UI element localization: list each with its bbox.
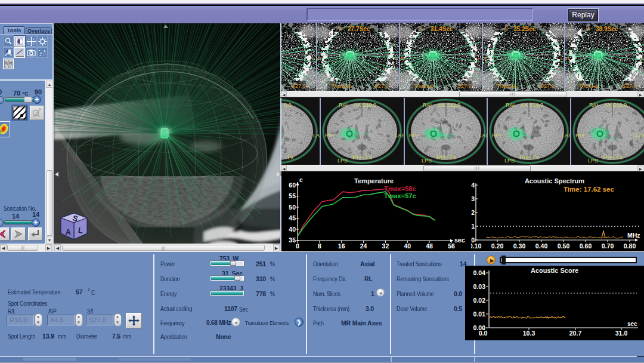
svg-text:W: W — [338, 27, 342, 31]
svg-text:55: 55 — [289, 192, 296, 199]
svg-text:Tmax=57c: Tmax=57c — [384, 192, 416, 199]
svg-text:Pre-Tx: Pre-Tx — [436, 153, 457, 161]
svg-text:LPS: LPS — [504, 158, 515, 164]
svg-text:RAI: RAI — [423, 102, 432, 108]
svg-text:35.2Sec: 35.2Sec — [513, 26, 536, 32]
svg-text:0.70: 0.70 — [602, 242, 614, 250]
svg-text:0.02: 0.02 — [473, 297, 486, 304]
svg-text:10.3: 10.3 — [523, 330, 535, 337]
svg-text:0.30: 0.30 — [513, 242, 526, 250]
svg-text:A: A — [66, 228, 71, 236]
svg-text:S27.0: S27.0 — [540, 83, 555, 89]
svg-text:20.7: 20.7 — [569, 330, 582, 337]
svg-text:RPI: RPI — [575, 133, 584, 139]
svg-text:AX S12.0: AX S12.0 — [438, 102, 460, 108]
svg-text:W: W — [586, 27, 590, 31]
svg-text:8: 8 — [318, 242, 321, 250]
svg-text:RAI: RAI — [589, 102, 598, 108]
svg-text:Pre-Tx: Pre-Tx — [603, 153, 623, 161]
svg-text:R: R — [318, 56, 321, 61]
svg-text:50: 50 — [289, 204, 296, 211]
svg-text:L: L — [478, 56, 481, 61]
svg-text:Thermal: Thermal — [497, 83, 516, 89]
svg-text:LPS: LPS — [422, 158, 432, 164]
svg-text:40: 40 — [289, 226, 296, 233]
svg-text:35: 35 — [289, 236, 296, 244]
svg-text:32: 32 — [382, 242, 389, 250]
svg-text:38.9Sec: 38.9Sec — [596, 26, 618, 32]
svg-text:RPI: RPI — [492, 133, 501, 139]
svg-text:RPI: RPI — [409, 133, 418, 139]
svg-text:RAI: RAI — [339, 102, 348, 108]
svg-text:0.01: 0.01 — [473, 310, 486, 318]
svg-text:S27.0: S27.0 — [292, 83, 306, 89]
svg-text:R: R — [401, 56, 404, 61]
svg-text:1: 1 — [471, 223, 475, 230]
svg-text:Pre-Tx: Pre-Tx — [352, 153, 373, 161]
svg-text:W: W — [421, 27, 425, 31]
svg-text:48: 48 — [426, 242, 433, 250]
svg-text:sec: sec — [627, 321, 637, 327]
svg-text:Acoustic Score: Acoustic Score — [531, 267, 578, 274]
svg-text:L: L — [561, 56, 564, 61]
svg-text:Thermal: Thermal — [579, 83, 599, 89]
svg-text:0.04: 0.04 — [473, 269, 486, 276]
svg-text:MHz: MHz — [627, 232, 640, 239]
svg-text:27.7Sec: 27.7Sec — [348, 26, 370, 32]
svg-text:LPS: LPS — [338, 158, 348, 164]
svg-text:0.0: 0.0 — [479, 330, 488, 337]
svg-text:Thermal: Thermal — [414, 83, 434, 89]
svg-text:AX S16.0: AX S16.0 — [604, 102, 627, 108]
svg-text:31.0: 31.0 — [615, 330, 628, 337]
svg-text:L: L — [395, 56, 398, 61]
svg-text:45: 45 — [289, 214, 296, 222]
svg-text:4: 4 — [471, 182, 475, 189]
svg-text:31.4Sec: 31.4Sec — [431, 26, 453, 32]
svg-text:L: L — [312, 56, 315, 61]
svg-text:AX S10.0: AX S10.0 — [354, 102, 376, 108]
svg-text:24: 24 — [360, 242, 367, 250]
svg-text:c: c — [299, 177, 303, 183]
svg-text:0: 0 — [471, 236, 475, 244]
svg-text:L: L — [640, 56, 643, 61]
svg-text:S27.0: S27.0 — [623, 83, 637, 89]
svg-text:sec: sec — [454, 236, 465, 244]
svg-text:Tmax=58c: Tmax=58c — [384, 185, 416, 192]
svg-text:0.20: 0.20 — [491, 242, 504, 250]
svg-text:RPI: RPI — [325, 133, 334, 139]
svg-text:Acoustic Spectrum: Acoustic Spectrum — [525, 177, 584, 184]
svg-text:0.50: 0.50 — [558, 242, 570, 250]
svg-text:0.80: 0.80 — [624, 242, 636, 250]
svg-text:-Tx: -Tx — [284, 153, 294, 161]
svg-text:40: 40 — [404, 242, 411, 250]
svg-text:S27.0: S27.0 — [374, 83, 389, 89]
svg-text:16: 16 — [338, 242, 345, 250]
svg-text:AX S14.0: AX S14.0 — [521, 102, 543, 108]
svg-text:RAI: RAI — [506, 102, 515, 108]
svg-text:0.60: 0.60 — [580, 242, 592, 250]
svg-text:LAS: LAS — [395, 133, 405, 139]
svg-text:Time: 17.62 sec: Time: 17.62 sec — [564, 186, 614, 193]
svg-text:Temperature: Temperature — [354, 177, 394, 184]
svg-text:8.0: 8.0 — [284, 102, 292, 108]
svg-text:LAS: LAS — [636, 133, 644, 139]
svg-text:S27.0: S27.0 — [457, 83, 472, 89]
svg-text:LPS: LPS — [588, 158, 598, 164]
svg-text:0.03: 0.03 — [473, 283, 486, 290]
svg-text:Pre-Tx: Pre-Tx — [519, 153, 540, 161]
svg-text:Thermal: Thermal — [331, 83, 351, 89]
svg-text:3: 3 — [471, 195, 475, 202]
svg-text:0.40: 0.40 — [535, 242, 548, 250]
svg-text:60: 60 — [289, 182, 296, 189]
svg-text:R: R — [566, 56, 569, 61]
svg-text:W: W — [504, 27, 508, 31]
svg-text:2: 2 — [471, 209, 475, 216]
svg-text:R: R — [484, 56, 487, 61]
svg-text:0: 0 — [296, 242, 299, 250]
